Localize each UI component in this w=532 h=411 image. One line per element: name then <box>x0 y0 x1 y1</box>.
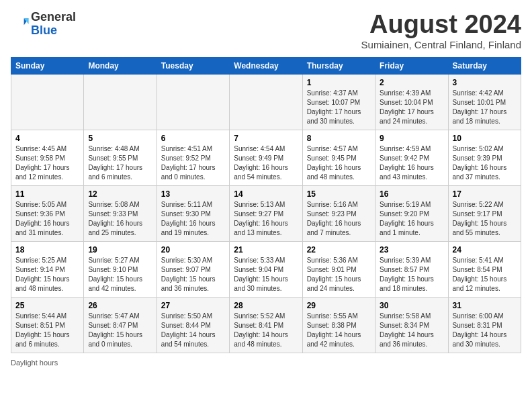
day-number: 26 <box>88 301 152 310</box>
day-number: 27 <box>161 301 225 310</box>
day-info: Sunrise: 5:13 AM Sunset: 9:27 PM Dayligh… <box>234 200 298 238</box>
calendar-cell <box>157 74 229 130</box>
day-info: Sunrise: 5:50 AM Sunset: 8:44 PM Dayligh… <box>161 312 225 349</box>
day-number: 11 <box>15 189 79 199</box>
calendar-cell: 25Sunrise: 5:44 AM Sunset: 8:51 PM Dayli… <box>11 297 84 353</box>
page-header: General Blue August 2024 Sumiainen, Cent… <box>11 11 521 50</box>
weekday-header-row: SundayMondayTuesdayWednesdayThursdayFrid… <box>11 57 521 74</box>
day-number: 23 <box>380 245 443 255</box>
week-row-2: 4Sunrise: 4:45 AM Sunset: 9:58 PM Daylig… <box>11 130 521 185</box>
calendar-cell: 18Sunrise: 5:25 AM Sunset: 9:14 PM Dayli… <box>11 241 84 297</box>
day-number: 10 <box>453 134 517 143</box>
calendar-cell: 4Sunrise: 4:45 AM Sunset: 9:58 PM Daylig… <box>11 130 84 185</box>
day-info: Sunrise: 5:08 AM Sunset: 9:33 PM Dayligh… <box>88 200 152 238</box>
month-year-title: August 2024 <box>361 11 521 39</box>
day-number: 9 <box>380 134 443 143</box>
calendar-cell: 22Sunrise: 5:36 AM Sunset: 9:01 PM Dayli… <box>302 241 375 297</box>
day-info: Sunrise: 4:42 AM Sunset: 10:01 PM Daylig… <box>453 89 517 126</box>
calendar-table: SundayMondayTuesdayWednesdayThursdayFrid… <box>11 57 521 353</box>
day-info: Sunrise: 4:54 AM Sunset: 9:49 PM Dayligh… <box>234 144 298 182</box>
calendar-cell: 11Sunrise: 5:05 AM Sunset: 9:36 PM Dayli… <box>11 185 84 241</box>
day-info: Sunrise: 5:47 AM Sunset: 8:47 PM Dayligh… <box>88 312 152 349</box>
day-number: 21 <box>234 245 298 255</box>
day-info: Sunrise: 5:36 AM Sunset: 9:01 PM Dayligh… <box>307 256 371 293</box>
day-info: Sunrise: 5:30 AM Sunset: 9:07 PM Dayligh… <box>161 256 225 293</box>
weekday-header-saturday: Saturday <box>448 57 521 74</box>
day-number: 2 <box>380 78 443 87</box>
calendar-cell: 30Sunrise: 5:58 AM Sunset: 8:34 PM Dayli… <box>375 297 448 353</box>
calendar-cell: 16Sunrise: 5:19 AM Sunset: 9:20 PM Dayli… <box>375 185 448 241</box>
day-info: Sunrise: 5:27 AM Sunset: 9:10 PM Dayligh… <box>88 256 152 293</box>
day-info: Sunrise: 5:52 AM Sunset: 8:41 PM Dayligh… <box>234 312 298 349</box>
calendar-cell: 15Sunrise: 5:16 AM Sunset: 9:23 PM Dayli… <box>302 185 375 241</box>
calendar-cell: 21Sunrise: 5:33 AM Sunset: 9:04 PM Dayli… <box>230 241 302 297</box>
calendar-cell: 10Sunrise: 5:02 AM Sunset: 9:39 PM Dayli… <box>448 130 521 185</box>
calendar-cell: 26Sunrise: 5:47 AM Sunset: 8:47 PM Dayli… <box>84 297 157 353</box>
day-info: Sunrise: 4:48 AM Sunset: 9:55 PM Dayligh… <box>88 144 152 182</box>
day-info: Sunrise: 5:58 AM Sunset: 8:34 PM Dayligh… <box>380 312 443 349</box>
calendar-cell: 3Sunrise: 4:42 AM Sunset: 10:01 PM Dayli… <box>448 74 521 130</box>
day-number: 17 <box>453 189 517 199</box>
calendar-cell: 20Sunrise: 5:30 AM Sunset: 9:07 PM Dayli… <box>157 241 229 297</box>
day-info: Sunrise: 5:25 AM Sunset: 9:14 PM Dayligh… <box>15 256 79 293</box>
calendar-cell: 9Sunrise: 4:59 AM Sunset: 9:42 PM Daylig… <box>375 130 448 185</box>
calendar-cell <box>84 74 157 130</box>
calendar-cell: 17Sunrise: 5:22 AM Sunset: 9:17 PM Dayli… <box>448 185 521 241</box>
day-number: 28 <box>234 301 298 310</box>
weekday-header-friday: Friday <box>375 57 448 74</box>
calendar-cell: 14Sunrise: 5:13 AM Sunset: 9:27 PM Dayli… <box>230 185 302 241</box>
day-info: Sunrise: 5:41 AM Sunset: 8:54 PM Dayligh… <box>453 256 517 293</box>
day-info: Sunrise: 5:16 AM Sunset: 9:23 PM Dayligh… <box>307 200 371 238</box>
calendar-cell <box>230 74 302 130</box>
day-number: 25 <box>15 301 79 310</box>
calendar-cell: 28Sunrise: 5:52 AM Sunset: 8:41 PM Dayli… <box>230 297 302 353</box>
day-number: 22 <box>307 245 371 255</box>
calendar-cell: 8Sunrise: 4:57 AM Sunset: 9:45 PM Daylig… <box>302 130 375 185</box>
day-number: 29 <box>307 301 371 310</box>
day-info: Sunrise: 5:44 AM Sunset: 8:51 PM Dayligh… <box>15 312 79 349</box>
day-info: Sunrise: 5:02 AM Sunset: 9:39 PM Dayligh… <box>453 144 517 182</box>
day-info: Sunrise: 6:00 AM Sunset: 8:31 PM Dayligh… <box>453 312 517 349</box>
day-number: 5 <box>88 134 152 143</box>
logo-icon <box>11 15 30 34</box>
week-row-3: 11Sunrise: 5:05 AM Sunset: 9:36 PM Dayli… <box>11 185 521 241</box>
day-number: 18 <box>15 245 79 255</box>
day-number: 15 <box>307 189 371 199</box>
calendar-cell: 23Sunrise: 5:39 AM Sunset: 8:57 PM Dayli… <box>375 241 448 297</box>
day-number: 16 <box>380 189 443 199</box>
calendar-cell: 19Sunrise: 5:27 AM Sunset: 9:10 PM Dayli… <box>84 241 157 297</box>
weekday-header-wednesday: Wednesday <box>230 57 302 74</box>
calendar-cell: 29Sunrise: 5:55 AM Sunset: 8:38 PM Dayli… <box>302 297 375 353</box>
day-info: Sunrise: 5:39 AM Sunset: 8:57 PM Dayligh… <box>380 256 443 293</box>
calendar-cell: 6Sunrise: 4:51 AM Sunset: 9:52 PM Daylig… <box>157 130 229 185</box>
weekday-header-tuesday: Tuesday <box>157 57 229 74</box>
day-number: 8 <box>307 134 371 143</box>
day-number: 3 <box>453 78 517 87</box>
day-number: 7 <box>234 134 298 143</box>
day-info: Sunrise: 5:05 AM Sunset: 9:36 PM Dayligh… <box>15 200 79 238</box>
day-number: 13 <box>161 189 225 199</box>
calendar-cell: 31Sunrise: 6:00 AM Sunset: 8:31 PM Dayli… <box>448 297 521 353</box>
calendar-cell: 5Sunrise: 4:48 AM Sunset: 9:55 PM Daylig… <box>84 130 157 185</box>
day-number: 24 <box>453 245 517 255</box>
calendar-cell: 2Sunrise: 4:39 AM Sunset: 10:04 PM Dayli… <box>375 74 448 130</box>
week-row-5: 25Sunrise: 5:44 AM Sunset: 8:51 PM Dayli… <box>11 297 521 353</box>
day-info: Sunrise: 4:39 AM Sunset: 10:04 PM Daylig… <box>380 89 443 126</box>
calendar-cell: 7Sunrise: 4:54 AM Sunset: 9:49 PM Daylig… <box>230 130 302 185</box>
day-info: Sunrise: 5:55 AM Sunset: 8:38 PM Dayligh… <box>307 312 371 349</box>
calendar-cell: 12Sunrise: 5:08 AM Sunset: 9:33 PM Dayli… <box>84 185 157 241</box>
week-row-4: 18Sunrise: 5:25 AM Sunset: 9:14 PM Dayli… <box>11 241 521 297</box>
day-number: 4 <box>15 134 79 143</box>
weekday-header-monday: Monday <box>84 57 157 74</box>
day-info: Sunrise: 4:51 AM Sunset: 9:52 PM Dayligh… <box>161 144 225 182</box>
day-info: Sunrise: 4:37 AM Sunset: 10:07 PM Daylig… <box>307 89 371 126</box>
location-subtitle: Sumiainen, Central Finland, Finland <box>361 39 521 50</box>
calendar-cell: 13Sunrise: 5:11 AM Sunset: 9:30 PM Dayli… <box>157 185 229 241</box>
logo-text: General Blue <box>31 11 76 38</box>
day-info: Sunrise: 4:59 AM Sunset: 9:42 PM Dayligh… <box>380 144 443 182</box>
calendar-cell: 1Sunrise: 4:37 AM Sunset: 10:07 PM Dayli… <box>302 74 375 130</box>
day-number: 12 <box>88 189 152 199</box>
day-number: 1 <box>307 78 371 87</box>
footer: Daylight hours <box>11 359 521 367</box>
week-row-1: 1Sunrise: 4:37 AM Sunset: 10:07 PM Dayli… <box>11 74 521 130</box>
